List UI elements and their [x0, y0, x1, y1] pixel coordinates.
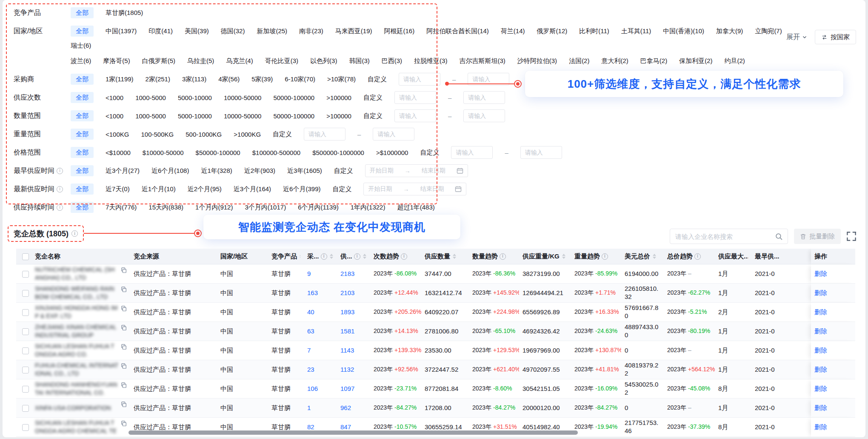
delete-link[interactable]: 删除 — [814, 308, 827, 316]
filter-all-chip[interactable]: 全部 — [71, 184, 94, 195]
filter-option[interactable]: 500-1000KG — [186, 127, 222, 141]
filter-option[interactable]: 5家(39) — [251, 72, 273, 86]
filter-option[interactable]: 10000-50000 — [224, 109, 261, 123]
info-icon[interactable]: i — [401, 253, 407, 260]
range-input[interactable] — [451, 146, 493, 159]
filter-option[interactable]: 近2个月(95) — [188, 182, 222, 196]
filter-option[interactable]: 近1年(328) — [201, 164, 232, 178]
filter-all-chip[interactable]: 全部 — [71, 202, 94, 213]
row-checkbox[interactable] — [22, 405, 29, 412]
filter-option[interactable]: 中国(香港)(10) — [663, 24, 704, 38]
filter-option[interactable]: 拉脱维亚(3) — [414, 54, 447, 68]
filter-option[interactable]: 近2年(903) — [244, 164, 275, 178]
filter-option[interactable]: 比利时(11) — [579, 24, 609, 38]
filter-option[interactable]: 15天内(838) — [148, 201, 183, 214]
filter-option[interactable]: 6-10家(70) — [285, 72, 315, 86]
filter-all-chip[interactable]: 全部 — [71, 147, 94, 158]
buyers-link[interactable]: 40 — [307, 308, 314, 316]
filter-option[interactable]: 5000-10000 — [178, 91, 212, 104]
buyers-link[interactable]: 163 — [307, 289, 318, 296]
info-icon[interactable]: i — [57, 168, 63, 174]
sort-icon[interactable] — [453, 254, 456, 259]
filter-option[interactable]: 6个月内(1139) — [298, 201, 339, 214]
filter-option[interactable]: $50000-100000 — [196, 146, 240, 159]
filter-option[interactable]: 巴拿马(2) — [640, 54, 667, 68]
filter-option[interactable]: >100000 — [326, 91, 351, 104]
copy-icon[interactable] — [121, 363, 127, 369]
buyers-link[interactable]: 9 — [307, 270, 311, 277]
filter-option[interactable]: 摩洛哥(5) — [103, 54, 130, 68]
filter-all-chip[interactable]: 全部 — [71, 165, 94, 176]
row-checkbox[interactable] — [22, 424, 29, 431]
filter-option[interactable]: 印度(41) — [148, 24, 173, 38]
filter-option[interactable]: 沙特阿拉伯(3) — [517, 54, 557, 68]
filter-option[interactable]: >10家(78) — [327, 72, 356, 86]
row-checkbox[interactable] — [22, 328, 29, 335]
filter-option[interactable]: $10000-50000 — [143, 146, 184, 159]
filter-option[interactable]: 马来西亚(19) — [335, 24, 372, 38]
filter-option[interactable]: 俄罗斯(12) — [537, 24, 568, 38]
filter-option[interactable]: 1个月内(912) — [195, 201, 233, 214]
buyers-link[interactable]: 23 — [307, 366, 314, 373]
filter-option[interactable]: 巴西(3) — [382, 54, 402, 68]
range-input[interactable] — [304, 128, 345, 141]
filter-option[interactable]: 约旦(2) — [725, 54, 745, 68]
delete-link[interactable]: 删除 — [814, 366, 827, 373]
copy-icon[interactable] — [121, 382, 127, 388]
info-icon[interactable]: i — [71, 230, 78, 237]
filter-option[interactable]: 土耳其(11) — [621, 24, 651, 38]
filter-all-chip[interactable]: 全部 — [71, 92, 94, 103]
filter-option[interactable]: 4家(56) — [218, 72, 240, 86]
copy-icon[interactable] — [121, 344, 127, 350]
by-country-button[interactable]: 按国家 — [815, 30, 856, 44]
filter-option[interactable]: 德国(32) — [221, 24, 245, 38]
filter-option[interactable]: $500000-1000000 — [312, 146, 364, 159]
buyers-link[interactable]: 82 — [307, 423, 314, 430]
count-link[interactable]: 1893 — [340, 308, 354, 316]
info-icon[interactable]: i — [500, 253, 506, 260]
filter-all-chip[interactable]: 全部 — [71, 7, 94, 18]
copy-icon[interactable] — [121, 325, 127, 331]
delete-link[interactable]: 删除 — [814, 404, 827, 411]
filter-option[interactable]: 美国(39) — [185, 24, 209, 38]
expand-toggle[interactable]: 展开 — [786, 33, 807, 42]
filter-all-chip[interactable]: 全部 — [71, 129, 94, 140]
date-range-input[interactable]: 开始日期→结束日期 — [363, 183, 466, 195]
filter-custom-option[interactable]: 自定义 — [332, 182, 351, 196]
filter-option[interactable]: 5000-10000 — [178, 109, 212, 123]
delete-link[interactable]: 删除 — [814, 289, 827, 296]
filter-option[interactable]: >1000KG — [234, 127, 261, 141]
sort-icon[interactable] — [562, 254, 565, 259]
sort-icon[interactable] — [653, 254, 656, 259]
count-link[interactable]: 847 — [340, 423, 351, 430]
search-input[interactable] — [675, 233, 772, 240]
delete-link[interactable]: 删除 — [814, 423, 827, 430]
fullscreen-icon[interactable] — [847, 232, 856, 241]
sort-icon[interactable] — [300, 254, 300, 259]
filter-option[interactable]: 波兰(6) — [71, 54, 91, 68]
filter-option[interactable]: 超过1年(483) — [397, 201, 434, 214]
buyers-link[interactable]: 63 — [307, 327, 314, 335]
search-icon[interactable] — [775, 233, 782, 240]
info-icon[interactable]: i — [57, 186, 63, 192]
delete-link[interactable]: 删除 — [814, 327, 827, 335]
sort-icon[interactable] — [363, 254, 366, 259]
filter-option[interactable]: 3家(113) — [182, 72, 206, 86]
range-input[interactable] — [394, 109, 436, 122]
info-icon[interactable]: i — [694, 253, 701, 260]
filter-option[interactable]: 吉尔吉斯斯坦(3) — [459, 54, 505, 68]
count-link[interactable]: 1097 — [340, 385, 354, 392]
copy-icon[interactable] — [121, 287, 127, 293]
filter-option[interactable]: $100000-500000 — [252, 146, 300, 159]
range-input[interactable] — [463, 109, 505, 122]
filter-all-chip[interactable]: 全部 — [71, 26, 94, 37]
filter-option[interactable]: 7天内(776) — [106, 201, 137, 214]
info-icon[interactable]: i — [321, 253, 327, 260]
filter-option[interactable]: 3个月内(1017) — [245, 201, 286, 214]
filter-option[interactable]: <100KG — [106, 127, 129, 141]
range-input[interactable] — [520, 146, 562, 159]
filter-option[interactable]: 阿拉伯联合酋长国(14) — [426, 24, 489, 38]
row-checkbox[interactable] — [22, 309, 29, 316]
count-link[interactable]: 1143 — [340, 347, 354, 354]
row-checkbox[interactable] — [22, 367, 29, 373]
